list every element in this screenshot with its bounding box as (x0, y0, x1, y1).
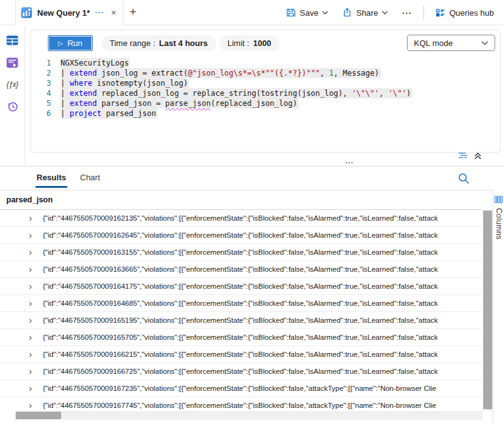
horizontal-scrollbar-thumb[interactable] (16, 412, 61, 419)
vertical-scrollbar[interactable] (483, 210, 493, 411)
column-header-label: parsed_json (6, 195, 53, 204)
sidebar: {ƒx} (0, 25, 25, 166)
run-button[interactable]: ▷ Run (48, 35, 93, 51)
row-expand-icon[interactable]: › (29, 265, 43, 274)
row-expand-icon[interactable]: › (29, 367, 43, 376)
table-row[interactable]: › {"id":"4467550570009165705","violation… (0, 329, 483, 346)
row-expand-icon[interactable]: › (29, 299, 43, 308)
queries-hub-icon (435, 8, 445, 18)
limit-picker[interactable]: Limit : 1000 (219, 35, 280, 51)
tab-chart[interactable]: Chart (80, 173, 100, 182)
search-icon[interactable] (457, 172, 471, 186)
save-icon (286, 8, 296, 18)
sidebar-item-functions[interactable]: {ƒx} (5, 78, 20, 91)
row-json-value: {"id":"4467550570009167235","violations"… (43, 385, 436, 392)
vertical-scrollbar-thumb[interactable] (483, 211, 492, 409)
table-row[interactable]: › {"id":"4467550570009163665","violation… (0, 261, 483, 278)
more-commands-icon[interactable]: ··· (397, 5, 417, 21)
editor-line[interactable]: 3 | where isnotempty(json_log) (31, 78, 499, 88)
editor-line[interactable]: 5 | extend parsed_json = parse_json(repl… (31, 98, 499, 108)
table-row[interactable]: › {"id":"4467550570009167235","violation… (0, 380, 483, 397)
table-row[interactable]: › {"id":"4467550570009166215","violation… (0, 346, 483, 363)
query-panel: ▷ Run Time range : Last 4 hours Limit : … (30, 30, 501, 153)
column-header-parsed-json[interactable]: parsed_json (0, 190, 483, 210)
query-mode-select[interactable]: KQL mode (407, 35, 495, 51)
table-row[interactable]: › {"id":"4467550570009162135","violation… (0, 210, 483, 227)
query-mode-value: KQL mode (414, 38, 453, 48)
table-row[interactable]: › {"id":"4467550570009166725","violation… (0, 363, 483, 380)
functions-icon: {ƒx} (6, 80, 18, 89)
chevron-down-icon (382, 11, 388, 14)
code-text: | extend parsed_json = parse_json(replac… (60, 98, 299, 108)
row-json-value: {"id":"4467550570009163155","violations"… (43, 248, 438, 256)
line-number: 1 (31, 58, 51, 68)
history-icon (7, 101, 18, 112)
row-json-value: {"id":"4467550570009166215","violations"… (43, 351, 438, 358)
tables-icon (6, 35, 18, 45)
time-range-label: Time range : (110, 38, 156, 48)
row-expand-icon[interactable]: › (29, 401, 43, 410)
divider (423, 6, 424, 20)
editor-line[interactable]: 2 | extend json_log = extract(@"json_log… (31, 68, 499, 78)
columns-panel-tab[interactable]: Columns (493, 190, 504, 423)
line-number: 3 (31, 78, 51, 88)
query-editor[interactable]: 1 NGXSecurityLogs 2 | extend json_log = … (31, 58, 499, 119)
results-rows: › {"id":"4467550570009162135","violation… (0, 210, 483, 411)
kusto-logo-icon (21, 7, 32, 18)
kusto-web-explorer: { "window": { "tab_title": "New Query 1*… (0, 0, 504, 423)
queries-hub-button[interactable]: Queries hub (430, 4, 499, 21)
row-expand-icon[interactable]: › (29, 231, 43, 240)
query-tab[interactable]: New Query 1* ··· ✕ (15, 0, 123, 25)
row-expand-icon[interactable]: › (29, 248, 43, 257)
share-button[interactable]: Share (337, 4, 393, 21)
row-expand-icon[interactable]: › (29, 350, 43, 359)
horizontal-scrollbar[interactable] (15, 411, 483, 420)
editor-toolbar (0, 152, 501, 162)
new-tab-button[interactable]: + (125, 4, 141, 21)
share-label: Share (356, 8, 378, 18)
limit-value: 1000 (253, 38, 272, 48)
row-expand-icon[interactable]: › (29, 214, 43, 223)
row-json-value: {"id":"4467550570009166725","violations"… (43, 368, 438, 375)
editor-line[interactable]: 6 | project parsed_json (31, 108, 499, 119)
tab-bar: New Query 1* ··· ✕ + Save (0, 0, 504, 25)
editor-line[interactable]: 1 NGXSecurityLogs (31, 58, 499, 68)
row-json-value: {"id":"4467550570009167745","violations"… (43, 402, 436, 409)
row-json-value: {"id":"4467550570009163665","violations"… (43, 265, 438, 273)
sidebar-item-tables[interactable] (5, 33, 20, 47)
share-icon (342, 8, 352, 18)
table-row[interactable]: › {"id":"4467550570009167745","violation… (0, 397, 483, 411)
limit-label: Limit : (227, 38, 249, 48)
row-json-value: {"id":"4467550570009164175","violations"… (43, 282, 438, 290)
save-button[interactable]: Save (281, 4, 334, 21)
sidebar-item-history[interactable] (5, 100, 20, 113)
tab-title: New Query 1* (37, 8, 90, 18)
time-range-picker[interactable]: Time range : Last 4 hours (101, 35, 216, 51)
tab-results[interactable]: Results (37, 173, 66, 182)
line-number: 2 (31, 68, 51, 78)
line-number: 5 (31, 98, 51, 108)
table-row[interactable]: › {"id":"4467550570009165195","violation… (0, 312, 483, 329)
table-row[interactable]: › {"id":"4467550570009164175","violation… (0, 278, 483, 295)
row-json-value: {"id":"4467550570009162135","violations"… (43, 214, 438, 222)
code-text: | project parsed_json (60, 108, 158, 119)
row-json-value: {"id":"4467550570009165705","violations"… (43, 333, 438, 341)
editor-line[interactable]: 4 | extend replaced_json_log = replace_s… (31, 88, 499, 98)
line-number: 4 (31, 88, 51, 98)
row-expand-icon[interactable]: › (29, 316, 43, 325)
time-range-value: Last 4 hours (159, 38, 208, 48)
format-results-icon[interactable] (458, 152, 469, 160)
row-expand-icon[interactable]: › (29, 384, 43, 393)
sidebar-item-queries[interactable] (5, 55, 20, 69)
run-label: Run (67, 38, 83, 48)
table-row[interactable]: › {"id":"4467550570009164685","violation… (0, 295, 483, 312)
table-row[interactable]: › {"id":"4467550570009163155","violation… (0, 244, 483, 261)
table-row[interactable]: › {"id":"4467550570009162645","violation… (0, 227, 483, 244)
collapse-editor-icon[interactable] (474, 152, 482, 160)
row-expand-icon[interactable]: › (29, 282, 43, 291)
chevron-down-icon (322, 11, 328, 14)
row-expand-icon[interactable]: › (29, 333, 43, 342)
tab-close-icon[interactable]: ✕ (111, 9, 117, 17)
tab-more-icon[interactable]: ··· (95, 8, 105, 17)
top-actions: Save Share ··· (281, 0, 499, 25)
